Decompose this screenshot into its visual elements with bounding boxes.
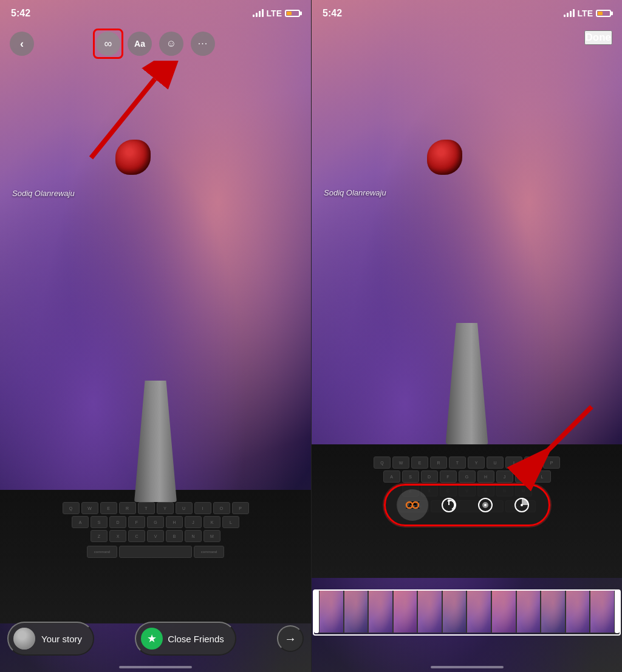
close-friends-button[interactable]: ★ Close Friends — [135, 622, 236, 656]
rewind-icon — [440, 497, 457, 514]
key: H — [166, 516, 183, 528]
toolbar-center: ∞ Aa ☺ ··· — [96, 32, 215, 56]
key: command — [87, 546, 117, 558]
key: S — [402, 470, 419, 483]
battery-fill-right — [598, 12, 603, 15]
film-frame — [393, 589, 418, 633]
rose-decoration — [115, 140, 151, 175]
film-frame — [466, 589, 491, 633]
key: command — [194, 546, 224, 558]
keyboard-area: Q W E R T Y U I O P A S D F G H J K L Z … — [0, 490, 311, 623]
key: C — [128, 530, 145, 542]
key: E — [411, 456, 428, 469]
key: D — [421, 470, 438, 483]
key: J — [185, 516, 202, 528]
signal-bar — [259, 11, 261, 17]
key: W — [392, 456, 409, 469]
film-frame — [368, 589, 393, 633]
signal-bar — [570, 11, 572, 17]
laptop-stand — [134, 381, 177, 502]
status-right-right: LTE — [564, 8, 611, 18]
panel-right: Q W E R T Y U I O P A S D F G H J K L Z … — [311, 0, 622, 672]
film-strip-right-handle[interactable] — [615, 589, 620, 633]
your-story-button[interactable]: Your story — [7, 622, 94, 656]
status-bar-left: 5:42 LTE — [0, 0, 311, 27]
infinity-icon — [403, 500, 422, 511]
green-star-icon: ★ — [141, 628, 163, 650]
rose-decoration-right — [427, 140, 462, 175]
laptop-stand-right — [446, 323, 488, 444]
key: V — [147, 530, 164, 542]
status-right-left: LTE — [253, 8, 300, 18]
username-overlay-right: Sodiq Olanrewaju — [324, 188, 386, 197]
signal-bar — [573, 9, 575, 17]
key: P — [232, 502, 249, 514]
battery-icon-left — [285, 10, 300, 17]
key: B — [166, 530, 183, 542]
home-indicator-right — [431, 666, 504, 668]
key: X — [109, 530, 126, 542]
signal-bars-right — [564, 10, 575, 17]
svg-point-7 — [521, 504, 523, 506]
story-avatar — [13, 628, 35, 650]
status-bar-right: 5:42 LTE — [312, 0, 622, 27]
panel-left: Q W E R T Y U I O P A S D F G H J K L Z … — [0, 0, 311, 672]
arrow-annotation-right — [482, 395, 616, 504]
boomerang-option-rewind[interactable] — [433, 489, 465, 521]
signal-bars-left — [253, 10, 264, 17]
film-frame — [590, 589, 615, 633]
key: T — [138, 502, 155, 514]
key: T — [449, 456, 466, 469]
key: R — [119, 502, 136, 514]
film-strip — [312, 587, 622, 636]
film-frame — [442, 589, 467, 633]
key: F — [128, 516, 145, 528]
signal-bar — [564, 15, 566, 17]
status-time-right: 5:42 — [323, 8, 342, 19]
key: U — [176, 502, 193, 514]
key: O — [213, 502, 230, 514]
more-button[interactable]: ··· — [191, 32, 215, 56]
film-frame — [319, 589, 344, 633]
key: F — [440, 470, 457, 483]
signal-bar — [256, 13, 258, 17]
film-frame — [516, 589, 541, 633]
signal-bar — [253, 15, 255, 17]
film-frame — [344, 589, 369, 633]
key: Y — [157, 502, 174, 514]
film-frame — [566, 589, 590, 633]
key: L — [222, 516, 239, 528]
done-button[interactable]: Done — [584, 30, 613, 45]
battery-fill-left — [287, 12, 292, 15]
send-button[interactable]: → — [277, 625, 304, 652]
boomerang-option-infinity[interactable] — [397, 489, 428, 521]
film-strip-left-handle[interactable] — [314, 589, 319, 633]
boomerang-button[interactable]: ∞ — [96, 32, 120, 56]
status-time-left: 5:42 — [11, 8, 30, 19]
lte-label-left: LTE — [267, 8, 282, 18]
back-button[interactable]: ‹ — [10, 32, 34, 56]
film-frames-container — [319, 589, 615, 633]
avatar-image — [13, 628, 35, 650]
key: R — [430, 456, 447, 469]
key: D — [109, 516, 126, 528]
key: S — [91, 516, 108, 528]
your-story-label: Your story — [41, 634, 82, 644]
home-indicator-left — [119, 666, 192, 668]
svg-point-5 — [484, 504, 487, 506]
film-frame — [541, 589, 566, 633]
key: Q — [374, 456, 391, 469]
text-button[interactable]: Aa — [128, 32, 152, 56]
sticker-button[interactable]: ☺ — [159, 32, 183, 56]
key: W — [81, 502, 98, 514]
lte-label-right: LTE — [578, 8, 593, 18]
film-frame — [417, 589, 442, 633]
toolbar-left: ‹ ∞ Aa ☺ ··· — [0, 27, 311, 61]
signal-bar — [567, 13, 569, 17]
key: K — [203, 516, 220, 528]
key: M — [203, 530, 220, 542]
key: A — [383, 470, 400, 483]
key: Z — [91, 530, 108, 542]
key — [119, 546, 192, 558]
signal-bar — [262, 9, 264, 17]
